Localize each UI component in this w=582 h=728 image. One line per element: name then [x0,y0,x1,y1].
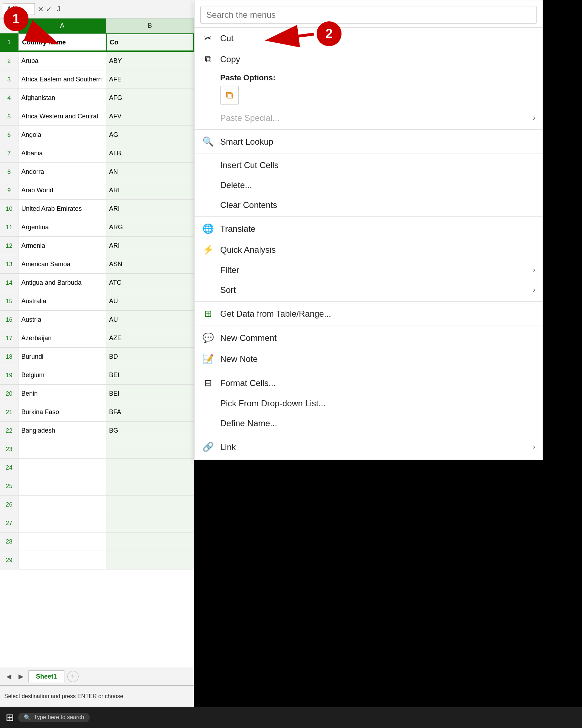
table-row[interactable]: 10United Arab EmiratesARI [0,200,194,218]
table-row[interactable]: 2ArubaABY [0,52,194,70]
cell-col-b[interactable]: ARI [106,200,194,218]
cell-col-b[interactable]: ARG [106,218,194,236]
cell-col-b[interactable]: AFG [106,89,194,107]
cell-col-a[interactable]: United Arab Emirates [18,200,106,218]
tab-nav-prev[interactable]: ◀ [4,672,14,681]
menu-item-link[interactable]: 🔗Link› [195,437,543,457]
cell-col-b[interactable]: ARI [106,181,194,199]
table-row[interactable]: 11ArgentinaARG [0,218,194,237]
menu-item-insert-cut-cells[interactable]: Insert Cut Cells [195,155,543,175]
cancel-formula-icon[interactable]: ✕ [38,5,44,14]
table-row[interactable]: 5Africa Western and CentralAFV [0,107,194,126]
cell-col-b[interactable]: AU [106,292,194,310]
col-header-a[interactable]: A [18,18,106,33]
cell-col-b[interactable]: AFE [106,70,194,89]
cell-col-b[interactable]: ALB [106,144,194,162]
cell-col-b[interactable]: AZE [106,329,194,347]
col-header-b[interactable]: B [106,18,194,33]
table-row[interactable]: 27 [0,514,194,532]
table-row[interactable]: 25 [0,477,194,496]
cell-col-b[interactable]: BG [106,422,194,440]
cell-col-a[interactable] [18,496,106,514]
confirm-formula-icon[interactable]: ✓ [46,5,52,14]
menu-item-translate[interactable]: 🌐Translate [195,218,543,239]
menu-item-pick-dropdown[interactable]: Pick From Drop-down List... [195,394,543,413]
cell-col-a[interactable]: Arab World [18,181,106,199]
cell-col-a[interactable] [18,551,106,569]
cell-col-a[interactable]: Azerbaijan [18,329,106,347]
menu-item-cut[interactable]: ✂Cut [195,28,543,49]
add-sheet-button[interactable]: + [67,671,79,682]
cell-col-b[interactable] [106,514,194,532]
table-row[interactable]: 8AndorraAN [0,163,194,181]
cell-col-a[interactable]: American Samoa [18,255,106,273]
table-row[interactable]: 7AlbaniaALB [0,144,194,163]
cell-col-b[interactable] [106,532,194,551]
cell-col-b[interactable]: AU [106,311,194,329]
cell-col-b[interactable]: AN [106,163,194,181]
cell-col-a[interactable]: Burundi [18,348,106,366]
menu-item-quick-analysis[interactable]: ⚡Quick Analysis [195,239,543,260]
cell-col-b[interactable]: AG [106,126,194,144]
table-row[interactable]: 15AustraliaAU [0,292,194,311]
table-row[interactable]: 20BeninBEI [0,385,194,403]
cell-col-b[interactable]: BEI [106,385,194,403]
table-row[interactable]: 18BurundiBD [0,348,194,366]
cell-col-a[interactable] [18,459,106,477]
table-row[interactable]: 13American SamoaASN [0,255,194,274]
cell-col-a[interactable]: Africa Eastern and Southern [18,70,106,89]
table-row[interactable]: 22BangladeshBG [0,422,194,440]
cell-col-a[interactable]: Benin [18,385,106,403]
cell-col-b[interactable]: BFA [106,403,194,421]
cell-col-b[interactable]: ASN [106,255,194,273]
cell-col-b[interactable] [106,440,194,458]
table-row[interactable]: 24 [0,459,194,477]
menu-item-new-note[interactable]: 📝New Note [195,348,543,369]
menu-item-define-name[interactable]: Define Name... [195,413,543,433]
table-row[interactable]: 26 [0,496,194,514]
cell-col-a[interactable] [18,532,106,551]
cell-col-a[interactable]: Albania [18,144,106,162]
menu-item-sort[interactable]: Sort› [195,280,543,300]
menu-item-delete[interactable]: Delete... [195,175,543,195]
menu-item-copy[interactable]: ⧉Copy [195,49,543,70]
cell-col-b[interactable] [106,477,194,495]
cell-col-a[interactable]: Aruba [18,52,106,70]
table-row[interactable]: 29 [0,551,194,569]
menu-item-format-cells[interactable]: ⊟Format Cells... [195,373,543,394]
table-row[interactable]: 4AfghanistanAFG [0,89,194,107]
cell-col-a[interactable]: Belgium [18,366,106,384]
cell-col-a[interactable] [18,440,106,458]
table-row[interactable]: 14Antigua and BarbudaATC [0,274,194,292]
table-row[interactable]: 17AzerbaijanAZE [0,329,194,348]
cell-col-a[interactable]: Austria [18,311,106,329]
cell-col-a[interactable]: Burkina Faso [18,403,106,421]
paste-icon-button[interactable]: ⧉ [220,86,239,105]
cell-col-a[interactable]: Argentina [18,218,106,236]
cell-col-b[interactable] [106,551,194,569]
cell-col-b[interactable]: ATC [106,274,194,292]
menu-item-new-comment[interactable]: 💬New Comment [195,327,543,348]
cell-col-b[interactable]: ARI [106,237,194,255]
cell-col-a[interactable]: Australia [18,292,106,310]
cell-col-b[interactable]: AFV [106,107,194,125]
tab-nav-next[interactable]: ▶ [16,672,26,681]
cell-col-a[interactable] [18,477,106,495]
table-row[interactable]: 9Arab WorldARI [0,181,194,200]
cell-col-b[interactable] [106,459,194,477]
menu-item-clear-contents[interactable]: Clear Contents [195,195,543,215]
table-row[interactable]: 23 [0,440,194,459]
table-row[interactable]: 21Burkina FasoBFA [0,403,194,422]
table-row[interactable]: 6AngolaAG [0,126,194,144]
cell-col-a[interactable]: Bangladesh [18,422,106,440]
sheet-tab-sheet1[interactable]: Sheet1 [28,670,64,682]
windows-icon[interactable]: ⊞ [6,712,14,723]
table-row[interactable]: 1Country NameCo [0,33,194,52]
cell-col-a[interactable]: Afghanistan [18,89,106,107]
cell-col-b[interactable]: Co [106,33,194,51]
cell-col-b[interactable]: BEI [106,366,194,384]
cell-col-a[interactable] [18,514,106,532]
cell-col-a[interactable]: Angola [18,126,106,144]
menu-item-get-data[interactable]: ⊞Get Data from Table/Range... [195,303,543,324]
cell-col-b[interactable]: BD [106,348,194,366]
